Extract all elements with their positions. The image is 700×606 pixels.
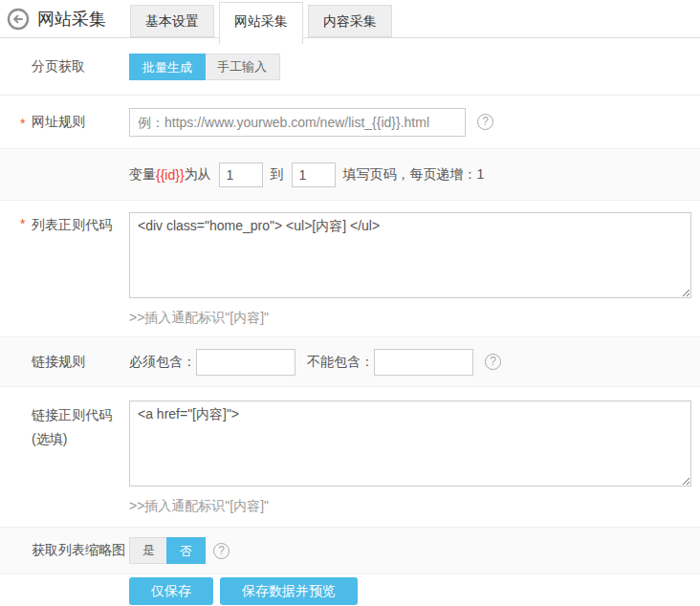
- not-contain-label: 不能包含：: [307, 354, 374, 371]
- help-icon[interactable]: ?: [477, 114, 493, 130]
- row-url-rule: * 网址规则 ?: [0, 96, 700, 148]
- page-from-input[interactable]: [219, 162, 263, 187]
- thumbnail-toggle: 是 否: [129, 537, 206, 564]
- option-yes[interactable]: 是: [130, 538, 167, 563]
- page-to-input[interactable]: [292, 162, 336, 187]
- save-and-preview-button[interactable]: 保存数据并预览: [220, 577, 358, 605]
- help-icon[interactable]: ?: [485, 354, 501, 370]
- link-regex-textarea[interactable]: <a href="[内容]">: [129, 400, 691, 487]
- row-list-regex: * 列表正则代码 <div class="home_pro"> <ul>[内容]…: [0, 201, 700, 336]
- option-no[interactable]: 否: [166, 537, 206, 564]
- required-asterisk: *: [20, 216, 25, 231]
- row-thumbnail: 获取列表缩略图 是 否 ?: [0, 527, 700, 574]
- pagination-toggle: 批量生成 手工输入: [129, 54, 280, 80]
- option-manual-input[interactable]: 手工输入: [205, 54, 279, 79]
- row-variable: 变量{{id}}为从 到 填写页码，每页递增：1: [0, 148, 700, 201]
- save-only-button[interactable]: 仅保存: [129, 577, 213, 605]
- url-rule-input[interactable]: [129, 108, 466, 137]
- link-rule-label: 链接规则: [32, 354, 129, 371]
- insert-wildcard-link[interactable]: >>插入通配标识"[内容]": [129, 498, 269, 515]
- row-link-regex: 链接正则代码 (选填) <a href="[内容]"> >>插入通配标识"[内容…: [0, 387, 700, 527]
- arrow-left-circle-icon: [7, 18, 30, 33]
- option-batch-generate[interactable]: 批量生成: [129, 54, 206, 80]
- header: 网站采集 基本设置 网站采集 内容采集: [0, 0, 700, 38]
- back-button[interactable]: [7, 8, 30, 31]
- row-link-rule: 链接规则 必须包含： 不能包含： ?: [0, 336, 700, 387]
- thumbnail-label: 获取列表缩略图: [32, 542, 129, 559]
- variable-token: {{id}}: [156, 167, 185, 183]
- url-rule-label: 网址规则: [32, 114, 129, 131]
- help-icon[interactable]: ?: [213, 543, 230, 559]
- must-contain-input[interactable]: [196, 349, 295, 376]
- variable-to-text: 到: [271, 166, 284, 184]
- must-contain-label: 必须包含：: [129, 354, 196, 371]
- list-regex-label: 列表正则代码: [32, 212, 129, 234]
- variable-text-mid: 为从: [185, 166, 211, 184]
- pagination-label: 分页获取: [32, 58, 129, 76]
- insert-wildcard-link[interactable]: >>插入通配标识"[内容]": [129, 310, 269, 327]
- row-pagination: 分页获取 批量生成 手工输入: [0, 38, 700, 96]
- link-regex-label-line1: 链接正则代码: [32, 403, 129, 427]
- variable-text-after: 填写页码，每页递增：1: [343, 166, 485, 184]
- link-regex-label: 链接正则代码 (选填): [32, 400, 129, 451]
- tab-site-collect[interactable]: 网站采集: [219, 2, 303, 44]
- not-contain-input[interactable]: [374, 349, 473, 376]
- link-regex-label-line2: (选填): [32, 427, 129, 451]
- tab-basic-settings[interactable]: 基本设置: [130, 5, 214, 37]
- action-bar: 仅保存 保存数据并预览: [0, 574, 700, 605]
- tab-content-collect[interactable]: 内容采集: [308, 5, 392, 37]
- required-asterisk: *: [20, 115, 25, 130]
- list-regex-textarea[interactable]: <div class="home_pro"> <ul>[内容] </ul>: [129, 212, 691, 298]
- variable-text-before: 变量: [129, 166, 156, 184]
- page-title: 网站采集: [37, 0, 106, 38]
